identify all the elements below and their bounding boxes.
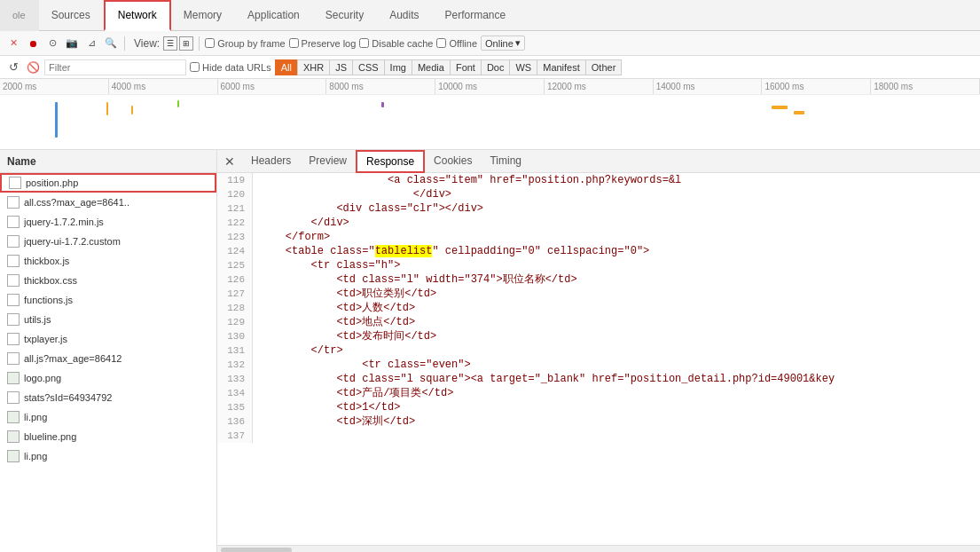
record-stop-btn[interactable]: ✕: [5, 35, 21, 51]
back-btn[interactable]: ↺: [5, 59, 21, 75]
code-line: 137: [217, 429, 980, 443]
tab-network[interactable]: Network: [104, 0, 171, 31]
hide-data-urls-checkbox[interactable]: [190, 62, 200, 72]
file-item[interactable]: jquery-ui-1.7.2.custom: [0, 232, 216, 251]
horizontal-scrollbar[interactable]: [217, 545, 980, 552]
file-item[interactable]: all.css?max_age=8641..: [0, 193, 216, 212]
file-item-name: li.png: [24, 412, 47, 422]
disable-cache-checkbox[interactable]: [359, 38, 369, 48]
group-by-frame-checkbox[interactable]: [205, 38, 215, 48]
line-code: <div class="clr"></div>: [253, 201, 483, 216]
line-code: <td>产品/项目类</td>: [253, 386, 453, 400]
filter-type-font[interactable]: Font: [450, 59, 481, 75]
online-selector[interactable]: Online ▾: [481, 35, 525, 51]
line-code: <td>职位类别</td>: [253, 287, 436, 301]
tab-bar: ole Sources Network Memory Application S…: [0, 0, 980, 31]
tab-security[interactable]: Security: [313, 0, 377, 31]
toolbar-divider2: [199, 36, 200, 51]
filter-type-xhr[interactable]: XHR: [297, 59, 329, 75]
network-bar-img: [381, 102, 384, 107]
detail-tab-timing[interactable]: Timing: [481, 150, 530, 173]
filter-type-manifest[interactable]: Manifest: [537, 59, 585, 75]
record-btn[interactable]: ⏺: [25, 35, 41, 51]
tab-sources[interactable]: Sources: [39, 0, 104, 31]
img-file-icon: [7, 411, 20, 423]
line-code: [253, 429, 260, 443]
file-item[interactable]: stats?sId=64934792: [0, 388, 216, 407]
network-bar-js: [106, 102, 108, 115]
file-item[interactable]: all.js?max_age=86412: [0, 349, 216, 368]
file-item[interactable]: position.php: [0, 173, 216, 193]
scrollbar-thumb[interactable]: [221, 548, 292, 553]
filter-input[interactable]: [44, 59, 186, 75]
list-view-icon[interactable]: ☰: [163, 36, 177, 51]
filter-btn[interactable]: ⊿: [83, 35, 99, 51]
code-line: 128 <td>人数</td>: [217, 301, 980, 315]
line-code: <td>人数</td>: [253, 301, 415, 315]
file-item-name: jquery-ui-1.7.2.custom: [24, 236, 121, 247]
preserve-log-checkbox[interactable]: [289, 38, 299, 48]
file-item-name: logo.png: [24, 373, 61, 383]
file-item-name: all.js?max_age=86412: [24, 353, 122, 364]
line-number: 136: [217, 414, 253, 429]
detail-tab-response[interactable]: Response: [356, 150, 425, 173]
code-line: 132 <tr class="even">: [217, 358, 980, 372]
search-btn[interactable]: 🔍: [103, 35, 119, 51]
tab-audits[interactable]: Audits: [377, 0, 432, 31]
filter-type-other[interactable]: Other: [585, 59, 623, 75]
filter-type-all[interactable]: All: [275, 59, 297, 75]
group-by-frame-label[interactable]: Group by frame: [205, 38, 285, 49]
line-number: 122: [217, 216, 253, 230]
line-number: 128: [217, 301, 253, 315]
file-item[interactable]: functions.js: [0, 290, 216, 310]
grid-view-icon[interactable]: ⊞: [179, 36, 193, 51]
line-code: <a class="item" href="position.php?keywo…: [253, 173, 681, 187]
file-item[interactable]: li.png: [0, 407, 216, 427]
file-item[interactable]: utils.js: [0, 310, 216, 329]
block-btn[interactable]: 🚫: [25, 59, 41, 75]
code-line: 134 <td>产品/项目类</td>: [217, 386, 980, 400]
camera-btn[interactable]: 📷: [64, 35, 80, 51]
file-item-name: functions.js: [24, 295, 73, 305]
file-item[interactable]: blueline.png: [0, 427, 216, 446]
offline-label[interactable]: Offline: [436, 38, 477, 49]
file-item[interactable]: txplayer.js: [0, 329, 216, 349]
hide-data-urls-label[interactable]: Hide data URLs: [190, 62, 271, 73]
filter-type-img[interactable]: Img: [384, 59, 412, 75]
disable-cache-label[interactable]: Disable cache: [359, 38, 433, 49]
tab-memory[interactable]: Memory: [171, 0, 235, 31]
network-bar-css: [177, 100, 179, 107]
filter-type-doc[interactable]: Doc: [481, 59, 510, 75]
file-item-name: utils.js: [24, 314, 51, 325]
filter2-btn[interactable]: ⊙: [44, 35, 60, 51]
filter-type-media[interactable]: Media: [412, 59, 450, 75]
line-number: 123: [217, 230, 253, 244]
timeline-tick: 6000 ms: [218, 79, 327, 94]
offline-checkbox[interactable]: [436, 38, 446, 48]
file-item[interactable]: jquery-1.7.2.min.js: [0, 212, 216, 232]
detail-tab-cookies[interactable]: Cookies: [425, 150, 481, 173]
network-bar-html: [55, 102, 58, 138]
file-item[interactable]: thickbox.js: [0, 251, 216, 271]
tab-application[interactable]: Application: [235, 0, 313, 31]
detail-tab-preview[interactable]: Preview: [300, 150, 356, 173]
filter-type-css[interactable]: CSS: [352, 59, 384, 75]
file-icon: [7, 255, 20, 267]
tab-performance[interactable]: Performance: [433, 0, 520, 31]
file-list: Name position.phpall.css?max_age=8641..j…: [0, 150, 217, 552]
filter-type-js[interactable]: JS: [329, 59, 352, 75]
detail-tab-list: HeadersPreviewResponseCookiesTiming: [242, 150, 530, 173]
code-line: 120 </div>: [217, 187, 980, 201]
filter-type-ws[interactable]: WS: [509, 59, 537, 75]
code-line: 127 <td>职位类别</td>: [217, 287, 980, 301]
file-item[interactable]: li.png: [0, 446, 216, 466]
detail-tab-headers[interactable]: Headers: [242, 150, 300, 173]
line-number: 135: [217, 400, 253, 414]
detail-close-btn[interactable]: ✕: [221, 153, 239, 170]
img-file-icon: [7, 430, 20, 443]
line-number: 125: [217, 258, 253, 272]
preserve-log-label[interactable]: Preserve log: [289, 38, 357, 49]
file-item[interactable]: thickbox.css: [0, 271, 216, 290]
file-item[interactable]: logo.png: [0, 368, 216, 388]
tab-elements[interactable]: ole: [0, 0, 39, 31]
